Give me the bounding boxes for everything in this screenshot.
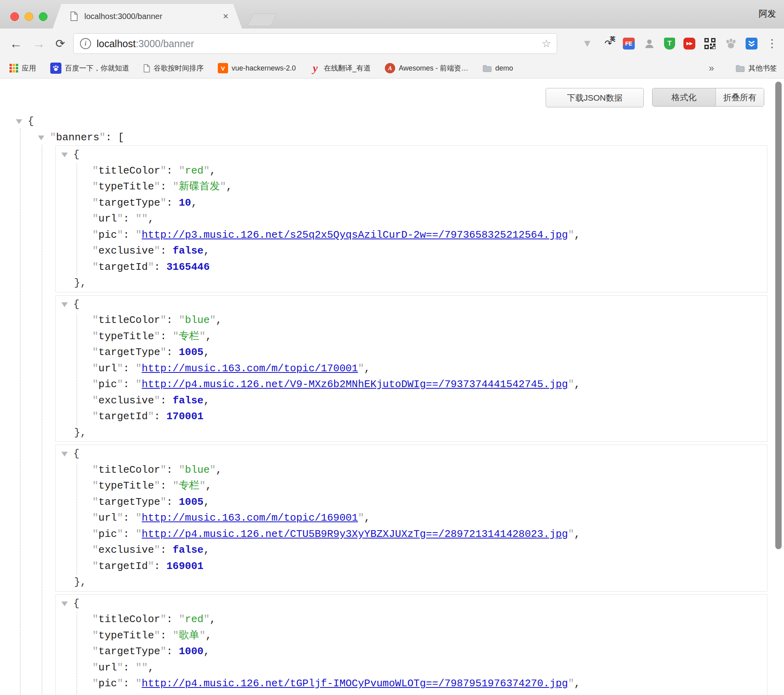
json-link[interactable]: http://p4.music.126.net/CTU5B9R9y3XyYBZX… <box>142 528 568 540</box>
bookmark-demo-folder[interactable]: demo <box>483 64 513 73</box>
json-string-value: blue <box>185 464 209 476</box>
json-row: "pic": "http://p4.music.126.net/tGPljf-I… <box>56 676 767 692</box>
json-link[interactable]: http://p4.music.126.net/tGPljf-IMOCyPvum… <box>142 678 568 689</box>
quote: " <box>135 378 142 390</box>
comma: , <box>204 395 210 407</box>
quote: " <box>92 245 99 257</box>
window-titlebar: localhost:3000/banner × 阿发 <box>0 0 784 29</box>
colon: : <box>123 512 135 524</box>
colon: : <box>166 197 179 209</box>
json-key: targetId <box>99 560 148 572</box>
bookmark-star-icon[interactable]: ☆ <box>542 37 551 50</box>
folder-icon <box>736 65 745 72</box>
json-link[interactable]: http://music.163.com/m/topic/170001 <box>142 363 358 374</box>
bookmark-vue-hackernews[interactable]: V vue-hackernews-2.0 <box>218 63 296 73</box>
quote: " <box>160 197 167 209</box>
paw-extension-icon[interactable] <box>725 37 737 50</box>
json-key: titleColor <box>99 165 160 177</box>
json-row: "targetType": 1005, <box>56 344 767 361</box>
proxy-person-icon[interactable] <box>643 37 656 50</box>
vue-devtools-icon[interactable]: ▼ <box>581 37 594 50</box>
quote: " <box>220 181 226 193</box>
back-icon[interactable]: ← <box>10 37 22 50</box>
json-number-value: 170001 <box>166 411 204 422</box>
json-key: typeTitle <box>99 630 154 642</box>
quote: " <box>92 165 99 177</box>
json-key: titleColor <box>99 464 160 476</box>
json-string-value: blue <box>185 314 209 326</box>
collapse-triangle-icon[interactable] <box>16 119 22 124</box>
json-row: "url": "", <box>56 660 767 676</box>
quote: " <box>154 630 160 642</box>
bookmark-awesomes[interactable]: A Awesomes - 前端资… <box>385 63 468 73</box>
json-row: "pic": "http://p3.music.126.net/s25q2x5Q… <box>56 227 767 243</box>
browser-menu-icon[interactable]: ⋮ <box>766 37 778 50</box>
forward-icon: → <box>32 37 45 50</box>
json-open-brace-row: { <box>56 147 767 163</box>
quote: " <box>92 411 99 422</box>
reload-icon[interactable]: ⟳ <box>55 38 65 49</box>
comma: , <box>204 346 210 358</box>
bookmark-youdao[interactable]: y 在线翻译_有道 <box>310 63 371 73</box>
address-bar[interactable]: i localhost:3000/banner ☆ <box>73 33 557 54</box>
download-manager-icon[interactable] <box>746 38 757 50</box>
json-row: "url": "", <box>56 211 767 227</box>
json-row: "exclusive": false, <box>56 393 767 409</box>
window-minimize-button[interactable] <box>25 12 33 21</box>
video-extension-icon[interactable]: ▶▶ <box>683 38 695 50</box>
bookmarks-overflow-chevron[interactable]: » <box>709 63 714 74</box>
quote: " <box>568 229 574 241</box>
quote: " <box>92 496 99 508</box>
collapse-triangle-icon[interactable] <box>38 136 44 140</box>
tab-close-icon[interactable]: × <box>223 11 228 22</box>
other-bookmarks-folder[interactable]: 其他书签 <box>736 63 777 73</box>
quote: " <box>92 464 99 476</box>
colon: : <box>123 678 135 689</box>
json-key: pic <box>99 678 117 689</box>
bookmark-baidu[interactable]: 百度一下，你就知道 <box>50 63 129 74</box>
colon: : <box>160 544 173 556</box>
new-tab-button[interactable] <box>247 13 277 26</box>
json-link[interactable]: http://p3.music.126.net/s25q2x5QyqsAzilC… <box>142 229 568 241</box>
window-zoom-button[interactable] <box>39 12 48 21</box>
url-path: :3000/banner <box>136 38 194 49</box>
json-row: "exclusive": false, <box>56 692 767 695</box>
comma: , <box>364 512 371 524</box>
json-key: titleColor <box>99 613 160 625</box>
browser-toolbar: ← → ⟳ i localhost:3000/banner ☆ ▼ ↷英 FE … <box>0 29 784 58</box>
window-close-button[interactable] <box>10 12 19 21</box>
quote: " <box>154 480 160 492</box>
json-key: url <box>99 512 117 524</box>
translate-icon[interactable]: ↷英 <box>602 37 615 50</box>
comma: , <box>216 464 222 476</box>
shield-extension-icon[interactable]: T <box>664 38 675 50</box>
json-open-brace: { <box>73 598 80 609</box>
collapse-triangle-icon[interactable] <box>61 153 68 157</box>
profile-name[interactable]: 阿发 <box>759 8 776 20</box>
qrcode-icon[interactable] <box>704 37 716 50</box>
json-close-brace: }, <box>74 277 86 289</box>
quote: " <box>160 645 167 657</box>
json-key: typeTitle <box>99 480 154 492</box>
collapse-triangle-icon[interactable] <box>61 302 68 307</box>
fe-extension-icon[interactable]: FE <box>623 38 635 50</box>
collapse-triangle-icon[interactable] <box>61 452 68 456</box>
quote: " <box>199 330 206 342</box>
browser-tab[interactable]: localhost:3000/banner × <box>53 4 242 29</box>
bookmark-apps[interactable]: 应用 <box>10 63 36 73</box>
site-info-icon[interactable]: i <box>80 38 91 49</box>
colon: : <box>123 213 135 225</box>
vertical-scrollbar-thumb[interactable] <box>775 82 782 549</box>
url-text[interactable]: localhost:3000/banner <box>97 38 194 50</box>
colon: : <box>160 630 173 642</box>
comma: , <box>574 678 580 689</box>
bookmark-label: 其他书签 <box>748 63 777 73</box>
json-string-value: 专栏 <box>179 330 199 342</box>
comma: , <box>364 363 371 374</box>
bookmark-google-sort[interactable]: 谷歌按时间排序 <box>143 63 204 73</box>
quote: " <box>148 411 154 422</box>
json-link[interactable]: http://music.163.com/m/topic/169001 <box>142 512 358 524</box>
colon: : <box>166 314 179 326</box>
json-link[interactable]: http://p4.music.126.net/V9-MXz6b2MNhEKju… <box>142 378 568 390</box>
collapse-triangle-icon[interactable] <box>61 601 68 606</box>
